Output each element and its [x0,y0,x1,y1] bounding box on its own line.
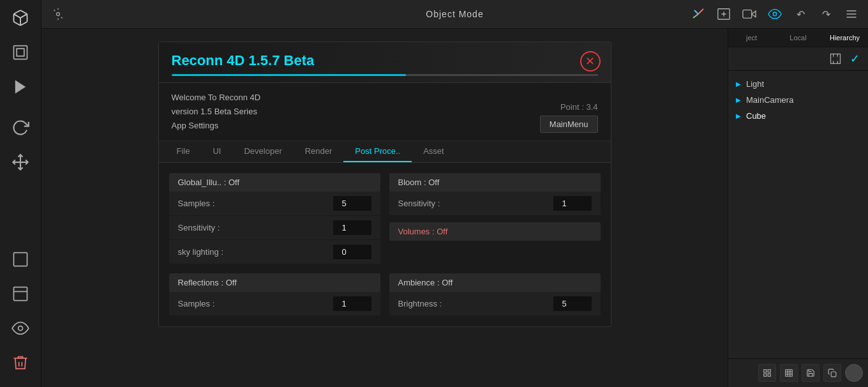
label-skylighting: sky lighting : [178,247,333,257]
undo-icon[interactable]: ↶ [790,4,811,24]
cube-icon[interactable] [9,6,32,29]
rp-btn-copy[interactable] [823,364,841,382]
dialog-info-right: Point : 3.4 MainMenu [540,102,598,133]
layers-top-icon[interactable] [9,248,32,271]
dialog-tabs: File UI Developer Render Post Proce.. As… [159,141,611,163]
eye-top-icon[interactable] [765,4,785,24]
rp-btn-grid[interactable] [780,364,798,382]
scene-item-cube[interactable]: ▶ Cube [728,108,868,124]
scene-label-light: Light [746,79,764,89]
panel-reflections-header[interactable]: Reflections : Off [169,273,380,292]
square-frame-icon[interactable] [9,41,32,64]
panel-ambience-header[interactable]: Ambience : Off [389,273,601,292]
trash-icon[interactable] [9,351,32,374]
value-reflections-samples[interactable]: 1 [333,296,371,311]
top-bar-title: Object Mode [426,9,483,19]
right-panel-tabs: ject Local Hierarchy [728,29,868,47]
top-bar-left-icons [48,4,68,24]
rp-btn-save[interactable] [802,364,819,382]
axis-icon[interactable] [688,4,708,24]
svg-rect-2 [17,49,24,56]
panel-global-illu-header[interactable]: Global_Illu.. : Off [169,173,380,192]
svg-line-13 [54,10,56,11]
scene-item-light[interactable]: ▶ Light [728,76,868,92]
svg-rect-31 [764,374,767,376]
svg-rect-30 [768,370,770,372]
value-samples[interactable]: 5 [333,196,371,211]
label-brightness: Brightness : [398,299,553,308]
tab-asset[interactable]: Asset [412,141,456,162]
left-sidebar [0,0,41,387]
viewport-controls: ✓ [728,47,868,71]
value-skylighting[interactable]: 0 [333,245,371,259]
scene-list: ▶ Light ▶ MainCamera ▶ Cube [728,71,868,358]
panel-bloom-header[interactable]: Bloom : Off [389,173,601,192]
svg-rect-7 [14,287,27,301]
rp-tab-local[interactable]: Local [775,29,821,47]
dialog-title: Reconn 4D 1.5.7 Beta [172,52,315,68]
svg-rect-1 [14,46,27,59]
dialog-info: Welcome To Reconn 4D version 1.5 Beta Se… [159,83,611,141]
menu-icon[interactable] [841,4,862,24]
content-area: Reconn 4D 1.5.7 Beta ✕ Welcome To Reconn… [41,29,868,387]
panel-row-sensitivity: Sensitivity : 1 [169,216,380,240]
dialog-progress-bar [172,74,406,76]
svg-rect-33 [786,370,793,377]
info-line-3: App Settings [172,119,261,133]
tab-render[interactable]: Render [294,141,344,162]
svg-line-17 [694,10,698,14]
svg-line-14 [61,17,63,19]
rp-tab-hierarchy[interactable]: Hierarchy [821,29,868,47]
label-samples: Samples : [178,199,333,208]
svg-rect-24 [831,54,841,64]
viewport-icon[interactable] [714,4,734,24]
scene-item-maincamera[interactable]: ▶ MainCamera [728,92,868,108]
rp-tab-object[interactable]: ject [728,29,775,47]
rp-btn-frame[interactable] [758,364,776,382]
main-menu-button[interactable]: MainMenu [540,116,598,133]
check-icon[interactable]: ✓ [846,50,863,67]
arrow-cube: ▶ [736,112,741,119]
tab-developer[interactable]: Developer [232,141,293,162]
rp-circle-btn[interactable] [845,364,863,382]
svg-rect-19 [743,10,752,19]
top-bar-icons: ↶ ↷ [688,4,862,24]
svg-point-20 [773,12,777,16]
tab-ui[interactable]: UI [201,141,232,162]
panel-row-bloom-sensitivity: Sensitivity : 1 [389,192,601,216]
svg-rect-32 [768,374,770,376]
right-panel-bottom [728,358,868,387]
grid-icon[interactable] [48,4,68,24]
panel-row-skylighting: sky lighting : 0 [169,240,380,264]
svg-point-9 [19,326,23,331]
value-brightness[interactable]: 5 [553,296,592,311]
arrow-light: ▶ [736,80,741,87]
dialog-body: Global_Illu.. : Off Samples : 5 Sensitiv… [159,163,611,326]
dialog-close-button[interactable]: ✕ [580,51,601,72]
panel-reflections: Reflections : Off Samples : 1 [169,273,380,316]
panel-global-illu: Global_Illu.. : Off Samples : 5 Sensitiv… [169,173,380,264]
dialog-header: Reconn 4D 1.5.7 Beta ✕ [159,42,611,83]
play-icon[interactable] [9,75,32,98]
frame-icon[interactable] [827,50,844,67]
refresh-icon[interactable] [9,116,32,139]
value-sensitivity[interactable]: 1 [333,220,371,235]
eye-icon[interactable] [9,317,32,340]
panel-row-brightness: Brightness : 5 [389,292,601,316]
tab-postprocess[interactable]: Post Proce.. [343,141,412,162]
scene-label-maincamera: MainCamera [746,95,793,105]
right-column-top: Bloom : Off Sensitivity : 1 Volumes : Of… [389,173,601,264]
layers-bottom-icon[interactable] [9,282,32,305]
panel-volumes-header[interactable]: Volumes : Off [389,222,601,241]
label-reflections-samples: Samples : [178,299,333,308]
right-panel: ject Local Hierarchy ✓ ▶ [728,29,868,387]
redo-icon[interactable]: ↷ [816,4,836,24]
tab-file[interactable]: File [165,141,202,162]
move-icon[interactable] [9,151,32,174]
svg-line-16 [693,14,698,18]
main-area: Object Mode [41,0,868,387]
value-bloom-sensitivity[interactable]: 1 [553,196,592,211]
camera-icon[interactable] [739,4,760,24]
label-sensitivity: Sensitivity : [178,223,333,232]
scene-label-cube: Cube [746,111,766,121]
